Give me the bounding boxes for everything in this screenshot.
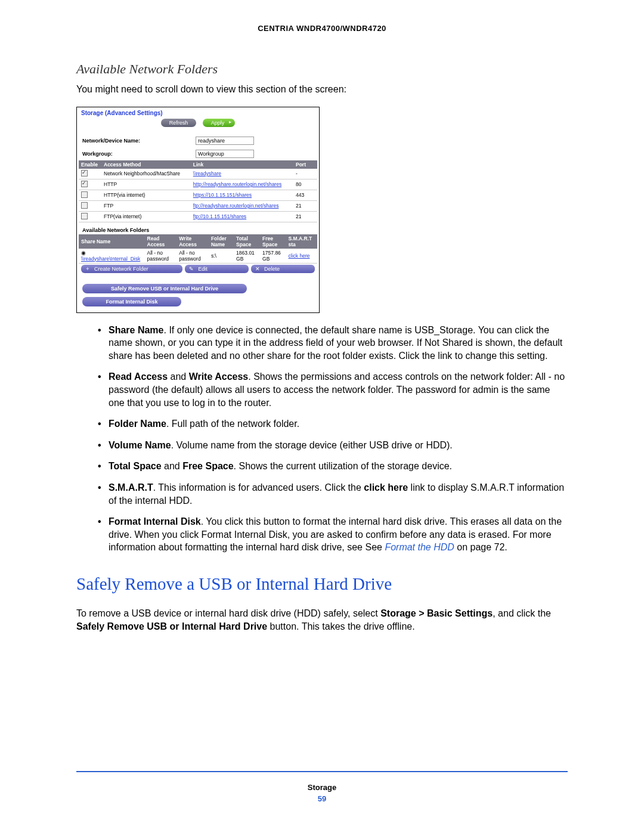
enable-checkbox[interactable] [81,202,88,209]
cell-link[interactable]: http://readyshare.routerlogin.net/shares [193,181,281,187]
refresh-button[interactable]: Refresh [161,119,197,127]
list-item: Total Space and Free Space. Shows the cu… [98,460,568,473]
cell-link[interactable]: https://10.1.15.151/shares [193,192,252,198]
footer-rule [76,771,568,772]
table-row: FTP ftp://readyshare.routerlogin.net/sha… [79,200,317,211]
cell-method: HTTP(via internet) [101,190,191,200]
text: button. This takes the drive offline. [267,621,415,631]
cell-folder: s:\ [209,249,234,264]
edit-label: Edit [198,266,208,272]
create-folder-label: Create Network Folder [94,266,148,272]
list-item: S.M.A.R.T. This information is for advan… [98,481,568,507]
feature-list: Share Name. If only one device is connec… [76,324,568,554]
enable-checkbox[interactable] [81,191,88,198]
text: and [162,461,183,471]
cell-port: - [293,169,317,179]
folders-subheading: Available Network Folders [79,222,317,234]
col-write: Write Access [177,234,209,249]
enable-checkbox[interactable] [81,181,88,187]
term: Read Access [109,371,168,382]
workgroup-input[interactable]: Workgroup [196,150,254,158]
page-footer: Storage 59 [76,767,568,804]
create-folder-button[interactable]: + Create Network Folder [81,265,182,273]
table-row: HTTP http://readyshare.routerlogin.net/s… [79,179,317,190]
text: on page 72. [454,542,507,552]
x-icon: ✕ [255,266,261,272]
cell-share[interactable]: \\readyshare\Internal_Disk [81,256,140,262]
col-share: Share Name [79,234,145,249]
cell-free: 1757.86 GB [260,249,286,264]
text: . If only one device is connected, the d… [109,325,562,361]
safely-remove-button[interactable]: Safely Remove USB or Internal Hard Drive [82,284,247,293]
footer-label: Storage [76,783,568,792]
cell-total: 1863.01 GB [234,249,260,264]
plus-icon: + [85,266,91,272]
text: To remove a USB device or internal hard … [76,608,380,618]
cell-method: HTTP [101,179,191,190]
access-methods-table: Enable Access Method Link Port Network N… [79,160,317,222]
delete-button[interactable]: ✕ Delete [251,265,315,273]
col-smart: S.M.A.R.T sta [286,234,317,249]
enable-checkbox[interactable] [81,170,88,176]
list-item: Folder Name. Full path of the network fo… [98,417,568,431]
format-disk-button[interactable]: Format Internal Disk [82,297,181,306]
term: Share Name [109,325,164,335]
col-enable: Enable [79,160,101,169]
cell-read: All - no password [145,249,177,264]
edit-button[interactable]: ✎ Edit [185,265,249,273]
col-folder: Folder Name [209,234,234,249]
col-port: Port [293,160,317,169]
cell-link[interactable]: \\readyshare [193,171,221,176]
cross-ref-link[interactable]: Format the HDD [385,542,454,552]
term: click here [364,482,408,493]
cell-method: Network Neighborhood/MacShare [101,169,191,179]
enable-checkbox[interactable] [81,213,88,219]
term: Folder Name [109,419,166,429]
term: Total Space [109,461,162,471]
term: Volume Name [109,440,171,450]
section-intro: You might need to scroll down to view th… [76,83,568,96]
safely-remove-paragraph: To remove a USB device or internal hard … [76,607,568,633]
cell-link[interactable]: ftp://10.1.15.151/shares [193,213,246,219]
col-read: Read Access [145,234,177,249]
term: Free Space [182,461,233,471]
term: Format Internal Disk [109,516,201,527]
col-link: Link [191,160,293,169]
devname-input[interactable]: readyshare [196,137,254,145]
text: and [168,371,189,382]
cell-port: 21 [293,211,317,222]
devname-label: Network/Device Name: [82,138,196,144]
table-row: FTP(via internet) ftp://10.1.15.151/shar… [79,211,317,222]
pencil-icon: ✎ [188,266,194,272]
footer-page-number: 59 [76,794,568,803]
col-free: Free Space [260,234,286,249]
workgroup-label: Workgroup: [82,151,196,157]
section-heading-safely-remove: Safely Remove a USB or Internal Hard Dri… [76,574,568,594]
table-row: ◉ \\readyshare\Internal_Disk All - no pa… [79,249,317,264]
apply-button[interactable]: Apply [203,119,236,127]
text: . This information is for advanced users… [153,482,364,493]
cell-port: 80 [293,179,317,190]
cell-smart-link[interactable]: click here [289,253,310,259]
folders-table: Share Name Read Access Write Access Fold… [79,234,317,264]
menu-path: Storage > Basic Settings [380,608,493,618]
section-heading-folders: Available Network Folders [76,61,568,77]
list-item: Share Name. If only one device is connec… [98,324,568,363]
cell-link[interactable]: ftp://readyshare.routerlogin.net/shares [193,203,279,209]
cell-write: All - no password [177,249,209,264]
col-total: Total Space [234,234,260,249]
table-row: Network Neighborhood/MacShare \\readysha… [79,169,317,179]
delete-label: Delete [264,266,280,272]
doc-header: CENTRIA WNDR4700/WNDR4720 [76,24,568,33]
list-item: Volume Name. Volume name from the storag… [98,439,568,452]
text: . Shows the current utilization of the s… [234,461,452,471]
button-name: Safely Remove USB or Internal Hard Drive [76,621,267,631]
cell-port: 443 [293,190,317,200]
table-row: HTTP(via internet) https://10.1.15.151/s… [79,190,317,200]
term: S.M.A.R.T [109,482,153,493]
text: . Volume name from the storage device (e… [171,440,453,450]
cell-method: FTP [101,200,191,211]
embedded-screenshot: Storage (Advanced Settings) Refresh Appl… [76,107,320,313]
list-item: Format Internal Disk. You click this but… [98,515,568,554]
list-item: Read Access and Write Access. Shows the … [98,370,568,409]
